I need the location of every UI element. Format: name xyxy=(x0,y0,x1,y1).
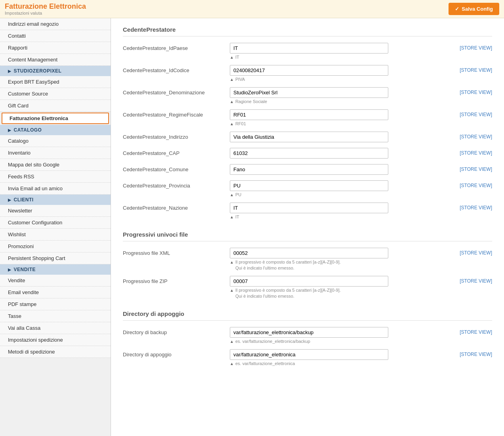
sidebar-item-catalogo[interactable]: Catalogo xyxy=(0,135,111,147)
sidebar-item-export-brt[interactable]: Export BRT EasySped xyxy=(0,76,111,88)
section-header-vendite[interactable]: ▶ VENDITE xyxy=(0,264,111,275)
input-nazione[interactable] xyxy=(230,203,388,213)
input-directory-backup[interactable] xyxy=(230,327,388,338)
label-idpaese: CedentePrestatore_IdPaese xyxy=(123,43,226,51)
input-directory-appoggio[interactable] xyxy=(230,349,388,360)
sidebar-item-inventario[interactable]: Inventario xyxy=(0,147,111,159)
row-indirizzo: CedentePrestatore_Indirizzo [STORE VIEW] xyxy=(123,132,492,142)
row-xml: Progressivo file XML ▲ Il progressivo è … xyxy=(123,248,492,270)
section-title-cedente: CedentePrestatore xyxy=(123,26,492,36)
store-view-comune[interactable]: [STORE VIEW] xyxy=(460,164,492,172)
input-idpaese[interactable] xyxy=(230,43,388,54)
input-wrap-nazione: ▲ IT xyxy=(230,203,456,219)
sidebar: Indirizzi email negozio Contatti Rapport… xyxy=(0,18,111,436)
input-regime-fiscale[interactable] xyxy=(230,109,388,120)
sidebar-item-promozioni[interactable]: Promozioni xyxy=(0,241,111,252)
input-cap[interactable] xyxy=(230,148,388,159)
sidebar-item-vendite[interactable]: Vendite xyxy=(0,275,111,287)
sidebar-item-email-vendite[interactable]: Email vendite xyxy=(0,287,111,298)
sidebar-item-persistent-cart[interactable]: Persistent Shopping Cart xyxy=(0,252,111,264)
sidebar-item-rapporti[interactable]: Rapporti xyxy=(0,42,111,54)
store-view-idcodice[interactable]: [STORE VIEW] xyxy=(460,65,492,73)
sidebar-item-fatturazione[interactable]: Fatturazione Elettronica xyxy=(2,113,109,124)
hint-arrow-icon-10: ▲ xyxy=(230,361,234,366)
arrow-icon-catalogo: ▶ xyxy=(8,128,11,132)
checkmark-icon: ✓ xyxy=(455,6,459,12)
row-comune: CedentePrestatore_Comune [STORE VIEW] xyxy=(123,164,492,175)
sidebar-item-wishlist[interactable]: Wishlist xyxy=(0,229,111,241)
sidebar-item-cassa[interactable]: Vai alla Cassa xyxy=(0,322,111,334)
input-progressivo-zip[interactable] xyxy=(230,276,388,287)
label-comune: CedentePrestatore_Comune xyxy=(123,164,226,172)
sidebar-item-contatti[interactable]: Contatti xyxy=(0,30,111,42)
row-zip: Progressivo file ZIP ▲ Il progressivo è … xyxy=(123,276,492,298)
sidebar-item-email-amico[interactable]: Invia Email ad un amico xyxy=(0,183,111,195)
input-wrap-zip: ▲ Il progressivo è composto da 5 caratte… xyxy=(230,276,456,298)
input-provincia[interactable] xyxy=(230,180,388,191)
top-header: Fatturazione Elettronica Impostazioni va… xyxy=(0,0,504,18)
row-cap: CedentePrestatore_CAP [STORE VIEW] xyxy=(123,148,492,159)
store-view-indirizzo[interactable]: [STORE VIEW] xyxy=(460,132,492,140)
label-indirizzo: CedentePrestatore_Indirizzo xyxy=(123,132,226,140)
store-view-denominazione[interactable]: [STORE VIEW] xyxy=(460,87,492,95)
save-button-label: Salva Config xyxy=(462,6,493,12)
row-idcodice: CedentePrestatore_IdCodice ▲ PIVA [STORE… xyxy=(123,65,492,82)
hint-idpaese: ▲ IT xyxy=(230,55,456,59)
input-wrap-backup: ▲ es. var/fatturazione_elettronica/backu… xyxy=(230,327,456,344)
input-progressivo-xml[interactable] xyxy=(230,248,388,258)
app-subtitle: Impostazioni valuta xyxy=(5,11,86,15)
hint-arrow-icon-7: ▲ xyxy=(230,260,234,264)
store-view-zip[interactable]: [STORE VIEW] xyxy=(460,276,492,284)
label-zip: Progressivo file ZIP xyxy=(123,276,226,284)
app-title: Fatturazione Elettronica xyxy=(5,2,86,11)
store-view-regime[interactable]: [STORE VIEW] xyxy=(460,109,492,117)
hint-provincia: ▲ PU xyxy=(230,192,456,197)
section-header-studiozeropixel[interactable]: ▶ STUDIOZEROPIXEL xyxy=(0,66,111,76)
sidebar-item-feeds[interactable]: Feeds RSS xyxy=(0,171,111,183)
sidebar-item-pdf[interactable]: PDF stampe xyxy=(0,298,111,310)
section-directory: Directory di appoggio Directory di backu… xyxy=(123,310,492,366)
store-view-idpaese[interactable]: [STORE VIEW] xyxy=(460,43,492,51)
content-area: CedentePrestatore CedentePrestatore_IdPa… xyxy=(111,18,504,436)
sidebar-item-content[interactable]: Content Management xyxy=(0,54,111,66)
store-view-xml[interactable]: [STORE VIEW] xyxy=(460,248,492,256)
sidebar-item-email[interactable]: Indirizzi email negozio xyxy=(0,18,111,30)
sidebar-item-mappa[interactable]: Mappa del sito Google xyxy=(0,159,111,171)
hint-denominazione: ▲ Ragione Sociale xyxy=(230,99,456,104)
input-indirizzo[interactable] xyxy=(230,132,388,142)
sidebar-item-spedizione[interactable]: Impostazioni spedizione xyxy=(0,334,111,346)
label-appoggio: Directory di appoggio xyxy=(123,349,226,358)
hint-appoggio: ▲ es. var/fatturazione_elettronica xyxy=(230,361,456,366)
label-xml: Progressivo file XML xyxy=(123,248,226,256)
sidebar-item-customer-config[interactable]: Customer Configuration xyxy=(0,217,111,229)
sidebar-item-metodi-spedizione[interactable]: Metodi di spedizione xyxy=(0,346,111,358)
section-header-clienti[interactable]: ▶ CLIENTI xyxy=(0,195,111,205)
store-view-cap[interactable]: [STORE VIEW] xyxy=(460,148,492,156)
store-view-provincia[interactable]: [STORE VIEW] xyxy=(460,180,492,188)
input-idcodice[interactable] xyxy=(230,65,388,76)
hint-arrow-icon-9: ▲ xyxy=(230,339,234,344)
store-view-nazione[interactable]: [STORE VIEW] xyxy=(460,203,492,210)
sidebar-item-tasse[interactable]: Tasse xyxy=(0,310,111,322)
row-provincia: CedentePrestatore_Provincia ▲ PU [STORE … xyxy=(123,180,492,197)
sidebar-item-customer-source[interactable]: Customer Source xyxy=(0,88,111,100)
section-title-catalogo: CATALOGO xyxy=(14,127,42,133)
section-header-catalogo[interactable]: ▶ CATALOGO xyxy=(0,125,111,135)
sidebar-item-newsletter[interactable]: Newsletter xyxy=(0,205,111,217)
input-wrap-cap xyxy=(230,148,456,159)
section-title-studiozeropixel: STUDIOZEROPIXEL xyxy=(14,68,62,74)
hint-arrow-icon-4: ▲ xyxy=(230,122,234,126)
sidebar-item-gift-card[interactable]: Gift Card xyxy=(0,100,111,112)
store-view-backup[interactable]: [STORE VIEW] xyxy=(460,327,492,335)
store-view-appoggio[interactable]: [STORE VIEW] xyxy=(460,349,492,357)
input-comune[interactable] xyxy=(230,164,388,175)
section-cedente-prestatore: CedentePrestatore CedentePrestatore_IdPa… xyxy=(123,26,492,219)
row-backup: Directory di backup ▲ es. var/fatturazio… xyxy=(123,327,492,344)
input-wrap-idpaese: ▲ IT xyxy=(230,43,456,59)
label-denominazione: CedentePrestatore_Denominazione xyxy=(123,87,226,96)
save-config-button[interactable]: ✓ Salva Config xyxy=(449,3,499,15)
input-denominazione[interactable] xyxy=(230,87,388,98)
section-title-progressivi: Progressivi univoci file xyxy=(123,231,492,241)
label-nazione: CedentePrestatore_Nazione xyxy=(123,203,226,211)
hint-xml-2: Qui è indicato l'ultimo emesso. xyxy=(230,266,456,270)
